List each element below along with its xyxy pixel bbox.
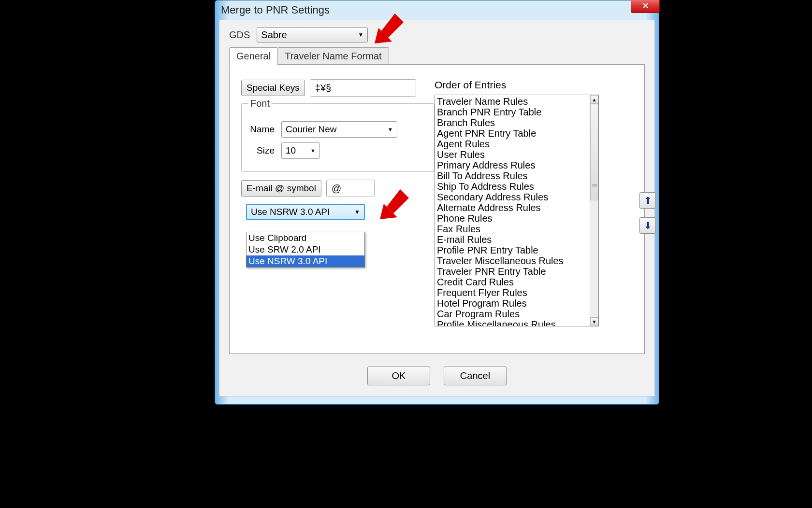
list-item[interactable]: User Rules bbox=[437, 149, 588, 160]
list-item[interactable]: Fax Rules bbox=[437, 224, 588, 234]
list-item[interactable]: Traveler Name Rules bbox=[437, 96, 588, 107]
move-up-button[interactable]: ⬆ bbox=[639, 192, 656, 209]
font-size-select[interactable]: 10 ▼ bbox=[281, 142, 320, 159]
api-mode-dropdown: Use ClipboardUse SRW 2.0 APIUse NSRW 3.0… bbox=[246, 232, 365, 268]
dialog-title: Merge to PNR Settings bbox=[221, 4, 330, 16]
api-mode-option[interactable]: Use SRW 2.0 API bbox=[246, 244, 364, 255]
email-symbol-button[interactable]: E-mail @ symbol bbox=[241, 180, 321, 197]
list-item[interactable]: Phone Rules bbox=[437, 213, 588, 224]
move-down-button[interactable]: ⬇ bbox=[639, 217, 656, 234]
api-mode-option[interactable]: Use NSRW 3.0 API bbox=[246, 255, 364, 267]
api-mode-selected: Use NSRW 3.0 API bbox=[251, 207, 330, 217]
list-item[interactable]: Traveler PNR Entry Table bbox=[437, 266, 588, 277]
font-name-select[interactable]: Courier New ▼ bbox=[281, 121, 397, 138]
list-item[interactable]: Branch Rules bbox=[437, 117, 588, 128]
api-mode-select[interactable]: Use NSRW 3.0 API ▼ bbox=[246, 204, 365, 220]
order-of-entries-listbox[interactable]: Traveler Name RulesBranch PNR Entry Tabl… bbox=[435, 95, 599, 326]
scroll-down-icon[interactable]: ▼ bbox=[590, 317, 598, 326]
list-item[interactable]: Traveler Miscellaneous Rules bbox=[437, 255, 588, 266]
ok-button[interactable]: OK bbox=[367, 367, 430, 385]
list-item[interactable]: Bill To Address Rules bbox=[437, 170, 588, 181]
list-item[interactable]: Secondary Address Rules bbox=[437, 192, 588, 202]
api-mode-option[interactable]: Use Clipboard bbox=[246, 232, 364, 244]
list-item[interactable]: E-mail Rules bbox=[437, 234, 588, 245]
close-button[interactable]: ✕ bbox=[631, 0, 660, 13]
list-item[interactable]: Credit Card Rules bbox=[437, 277, 588, 287]
close-icon: ✕ bbox=[642, 0, 649, 11]
order-of-entries-label: Order of Entries bbox=[435, 79, 633, 91]
merge-pnr-settings-dialog: Merge to PNR Settings ✕ GDS Sabre ▼ Gene… bbox=[215, 0, 659, 405]
font-name-value: Courier New bbox=[286, 124, 337, 135]
tab-general[interactable]: General bbox=[229, 47, 278, 65]
font-size-value: 10 bbox=[286, 145, 296, 156]
tab-traveler-name-format[interactable]: Traveler Name Format bbox=[277, 47, 389, 65]
list-item[interactable]: Alternate Address Rules bbox=[437, 202, 588, 213]
list-item[interactable]: Branch PNR Entry Table bbox=[437, 107, 588, 117]
scrollbar[interactable]: ▲ ▼ bbox=[590, 95, 598, 326]
chevron-down-icon: ▼ bbox=[310, 148, 316, 154]
gds-selected-value: Sabre bbox=[261, 29, 287, 41]
list-item[interactable]: Ship To Address Rules bbox=[437, 181, 588, 192]
list-item[interactable]: Hotel Program Rules bbox=[437, 298, 588, 309]
email-symbol-input[interactable] bbox=[326, 180, 375, 197]
list-item[interactable]: Agent Rules bbox=[437, 139, 588, 149]
chevron-down-icon: ▼ bbox=[388, 127, 393, 132]
list-item[interactable]: Profile PNR Entry Table bbox=[437, 245, 588, 255]
cancel-button[interactable]: Cancel bbox=[444, 367, 507, 385]
tab-panel-general: Special Keys Font Name Courier New ▼ Siz… bbox=[229, 64, 645, 354]
list-item[interactable]: Car Program Rules bbox=[437, 309, 588, 319]
chevron-down-icon: ▼ bbox=[354, 209, 360, 215]
scroll-up-icon[interactable]: ▲ bbox=[590, 95, 598, 104]
special-keys-input[interactable] bbox=[310, 79, 416, 97]
titlebar: Merge to PNR Settings ✕ bbox=[215, 0, 659, 20]
arrow-up-icon: ⬆ bbox=[644, 195, 652, 206]
chevron-down-icon: ▼ bbox=[358, 31, 363, 38]
font-fieldset: Font Name Courier New ▼ Size 10 ▼ bbox=[241, 103, 435, 172]
arrow-down-icon: ⬇ bbox=[644, 220, 652, 231]
list-item[interactable]: Frequent Flyer Rules bbox=[437, 287, 588, 298]
font-size-label: Size bbox=[248, 145, 275, 156]
list-item[interactable]: Agent PNR Entry Table bbox=[437, 128, 588, 139]
list-item[interactable]: Profile Miscellaneous Rules bbox=[437, 319, 588, 326]
list-item[interactable]: Primary Address Rules bbox=[437, 160, 588, 170]
tab-strip: General Traveler Name Format bbox=[229, 47, 645, 65]
gds-label: GDS bbox=[229, 29, 250, 41]
special-keys-button[interactable]: Special Keys bbox=[241, 80, 305, 96]
dialog-body: GDS Sabre ▼ General Traveler Name Format… bbox=[219, 20, 655, 396]
gds-select[interactable]: Sabre ▼ bbox=[257, 27, 368, 42]
font-name-label: Name bbox=[248, 124, 275, 135]
font-legend: Font bbox=[248, 98, 272, 109]
